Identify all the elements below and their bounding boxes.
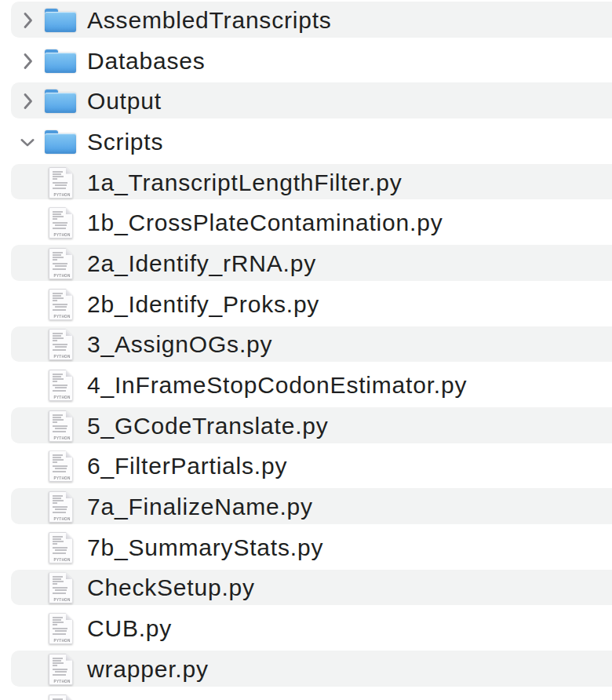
tree-row-file[interactable]: PYTHON 6_FilterPartials.py [0, 447, 612, 487]
file-icon-python-label: PYTHON [53, 234, 67, 238]
python-file-icon: PYTHON [49, 572, 73, 603]
python-file-icon: PYTHON [49, 410, 73, 442]
file-folded-corner [66, 695, 73, 700]
folder-icon [45, 130, 76, 154]
folder-icon [45, 9, 76, 32]
row-icon-slot: PYTHON [45, 608, 76, 649]
chevron-spacer [20, 173, 35, 192]
chevron-right-icon [20, 92, 35, 111]
file-icon-python-label: PYTHON [53, 680, 67, 684]
row-label: 1a_TranscriptLengthFilter.py [87, 170, 403, 196]
file-icon-python-label: PYTHON [53, 274, 67, 278]
tree-row-file[interactable]: PYTHON 2b_Identify_Proks.py [0, 284, 612, 325]
row-icon-slot: PYTHON [45, 690, 76, 700]
row-icon-slot: PYTHON [45, 527, 76, 568]
disclosure-chevron[interactable] [20, 11, 35, 30]
row-label: 1b_CrossPlateContamination.py [87, 210, 443, 236]
row-icon-slot: PYTHON [45, 284, 76, 325]
python-file-icon: PYTHON [49, 613, 73, 644]
row-icon-slot: PYTHON [45, 406, 76, 447]
tree-row-file[interactable]: PYTHON [0, 690, 612, 700]
file-folded-corner [66, 370, 73, 377]
row-icon-slot [45, 122, 76, 162]
file-folded-corner [66, 491, 73, 498]
row-icon-slot: PYTHON [45, 202, 76, 243]
row-icon-slot: PYTHON [45, 243, 76, 284]
chevron-spacer [20, 335, 35, 354]
file-folded-corner [66, 329, 73, 336]
chevron-spacer [20, 213, 35, 232]
folder-body [45, 133, 76, 154]
tree-row-file[interactable]: PYTHON 5_GCodeTranslate.py [0, 406, 612, 447]
python-file-icon: PYTHON [49, 532, 73, 563]
tree-row-folder[interactable]: Databases [0, 41, 612, 82]
chevron-spacer [20, 417, 35, 436]
file-icon-python-label: PYTHON [53, 396, 67, 399]
disclosure-chevron[interactable] [20, 92, 35, 111]
row-label: 6_FilterPartials.py [87, 453, 287, 479]
file-folded-corner [66, 289, 73, 296]
row-label: AssembledTranscripts [87, 7, 332, 34]
tree-row-file[interactable]: PYTHON 4_InFrameStopCodonEstimator.py [0, 365, 612, 406]
folder-body [45, 12, 76, 32]
file-list: AssembledTranscripts Databases [0, 0, 612, 700]
file-folded-corner [66, 207, 73, 214]
row-label: 4_InFrameStopCodonEstimator.py [87, 372, 467, 399]
chevron-spacer [20, 376, 35, 395]
row-label: 2a_Identify_rRNA.py [87, 250, 316, 277]
tree-row-folder[interactable]: Scripts [0, 122, 612, 162]
chevron-right-icon [20, 11, 35, 30]
tree-row-file[interactable]: PYTHON CUB.py [0, 608, 612, 649]
python-file-icon: PYTHON [49, 329, 73, 360]
row-icon-slot: PYTHON [45, 447, 76, 487]
row-label: 3_AssignOGs.py [87, 331, 272, 358]
chevron-right-icon [20, 52, 35, 71]
file-icon-python-label: PYTHON [53, 517, 67, 521]
python-file-icon: PYTHON [49, 370, 73, 401]
tree-row-folder[interactable]: Output [0, 81, 612, 122]
row-icon-slot: PYTHON [45, 365, 76, 406]
row-label: 7b_SummaryStats.py [87, 534, 323, 561]
file-icon-python-label: PYTHON [53, 193, 67, 197]
chevron-spacer [20, 498, 35, 516]
tree-row-file[interactable]: PYTHON 1b_CrossPlateContamination.py [0, 202, 612, 243]
chevron-spacer [20, 457, 35, 476]
row-icon-slot [45, 0, 76, 41]
file-folded-corner [66, 167, 73, 174]
chevron-spacer [20, 619, 35, 638]
python-file-icon: PYTHON [49, 491, 73, 523]
tree-row-file[interactable]: PYTHON wrapper.py [0, 649, 612, 690]
row-label: wrapper.py [87, 656, 209, 683]
tree-row-folder[interactable]: AssembledTranscripts [0, 0, 612, 41]
row-label: Databases [87, 48, 206, 75]
file-folded-corner [66, 654, 73, 661]
python-file-icon: PYTHON [49, 654, 73, 685]
python-file-icon: PYTHON [49, 450, 73, 482]
file-folded-corner [66, 248, 73, 255]
tree-row-file[interactable]: PYTHON 7b_SummaryStats.py [0, 527, 612, 568]
tree-row-file[interactable]: PYTHON 2a_Identify_rRNA.py [0, 243, 612, 284]
row-icon-slot: PYTHON [45, 649, 76, 690]
file-folded-corner [66, 450, 73, 458]
row-icon-slot: PYTHON [45, 325, 76, 366]
row-icon-slot: PYTHON [45, 487, 76, 527]
row-label: 5_GCodeTranslate.py [87, 413, 329, 439]
disclosure-chevron[interactable] [20, 52, 35, 71]
tree-row-file[interactable]: PYTHON CheckSetup.py [0, 568, 612, 609]
row-icon-slot [45, 41, 76, 82]
chevron-spacer [20, 295, 35, 314]
tree-row-file[interactable]: PYTHON 7a_FinalizeName.py [0, 487, 612, 527]
chevron-spacer [20, 538, 35, 557]
python-file-icon: PYTHON [49, 289, 73, 320]
file-folded-corner [66, 613, 73, 620]
file-icon-python-label: PYTHON [53, 477, 67, 481]
row-label: CUB.py [87, 615, 172, 642]
row-label: CheckSetup.py [87, 574, 255, 601]
file-icon-python-label: PYTHON [53, 558, 67, 562]
chevron-spacer [20, 660, 35, 679]
disclosure-chevron[interactable] [20, 133, 35, 151]
folder-icon [45, 49, 76, 73]
file-folded-corner [66, 532, 73, 539]
tree-row-file[interactable]: PYTHON 3_AssignOGs.py [0, 325, 612, 366]
tree-row-file[interactable]: PYTHON 1a_TranscriptLengthFilter.py [0, 162, 612, 203]
